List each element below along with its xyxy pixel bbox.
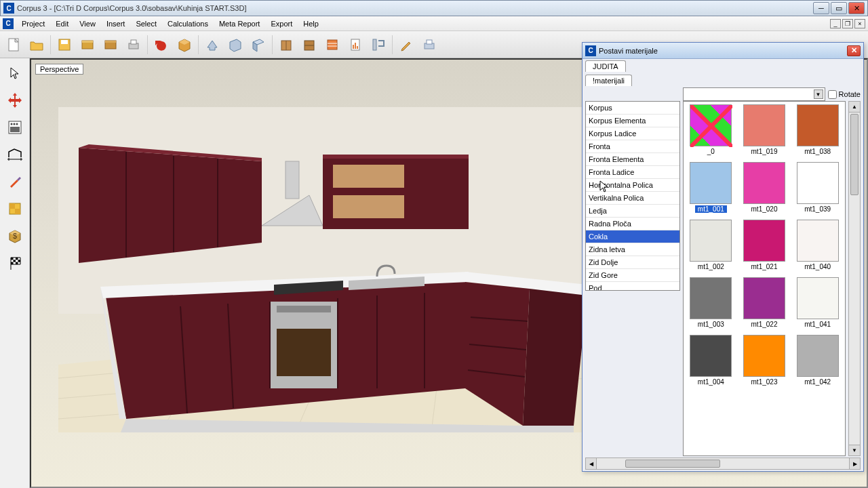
cabinet2-button[interactable] bbox=[298, 34, 320, 56]
swatch-mt1_019[interactable]: mt1_019 bbox=[740, 104, 789, 155]
tab-judita[interactable]: JUDITA bbox=[585, 60, 626, 72]
horizontal-scrollbar[interactable]: ◀ ▶ bbox=[585, 458, 861, 470]
svg-rect-65 bbox=[277, 306, 331, 312]
swatch-pane[interactable]: _0mt1_019mt1_038mt1_001mt1_020mt1_039mt1… bbox=[683, 101, 846, 456]
swatch-_0[interactable]: _0 bbox=[686, 104, 736, 155]
svg-point-27 bbox=[16, 123, 18, 125]
list-item[interactable]: Korpus bbox=[586, 102, 679, 115]
menu-insert[interactable]: Insert bbox=[101, 18, 131, 30]
swatch-mt1_023[interactable]: mt1_023 bbox=[740, 335, 789, 386]
material-filter-combo[interactable]: ▼ bbox=[683, 87, 825, 101]
new-file-button[interactable] bbox=[3, 34, 24, 56]
swatch-mt1_038[interactable]: mt1_038 bbox=[793, 104, 842, 155]
swatch-mt1_039[interactable]: mt1_039 bbox=[793, 162, 842, 213]
svg-rect-33 bbox=[15, 209, 20, 214]
vertical-scrollbar[interactable]: ▲ ▼ bbox=[848, 101, 861, 456]
list-item[interactable]: Zidna letva bbox=[586, 243, 679, 256]
materials-dialog: C Postavi materijale ✕ JUDITA !materijal… bbox=[582, 42, 864, 472]
menu-select[interactable]: Select bbox=[130, 18, 162, 30]
package-button[interactable] bbox=[174, 34, 195, 56]
list-item[interactable]: Fronta Elementa bbox=[586, 153, 679, 166]
dialog-close-button[interactable]: ✕ bbox=[847, 45, 861, 56]
list-item[interactable]: Radna Ploča bbox=[586, 218, 679, 230]
swatch-mt1_021[interactable]: mt1_021 bbox=[740, 220, 789, 270]
list-item[interactable]: Horizontalna Polica bbox=[586, 179, 679, 192]
list-item[interactable]: Korpus Elementa bbox=[586, 115, 679, 127]
child-close-button[interactable]: × bbox=[854, 19, 865, 28]
svg-rect-2 bbox=[61, 40, 68, 44]
cabinet1-button[interactable] bbox=[275, 34, 297, 56]
menu-project[interactable]: Project bbox=[16, 18, 50, 30]
list-item[interactable]: Korpus Ladice bbox=[586, 127, 679, 140]
view-side-button[interactable] bbox=[248, 34, 269, 56]
menu-help[interactable]: Help bbox=[298, 18, 324, 30]
box-tool[interactable]: $ bbox=[3, 224, 27, 248]
child-restore-button[interactable]: ❐ bbox=[842, 19, 853, 28]
list-item[interactable]: Zid Gore bbox=[586, 269, 679, 282]
dialog-titlebar[interactable]: C Postavi materijale ✕ bbox=[583, 43, 863, 59]
measure-button[interactable] bbox=[368, 34, 389, 56]
edit-tool-button[interactable] bbox=[395, 34, 417, 56]
room-tool[interactable] bbox=[3, 142, 27, 167]
list-item[interactable]: Pod bbox=[586, 282, 679, 291]
menu-export[interactable]: Export bbox=[265, 18, 298, 30]
svg-rect-57 bbox=[323, 155, 469, 159]
list-item[interactable]: Zid Dolje bbox=[586, 256, 679, 269]
menu-meta-report[interactable]: Meta Report bbox=[214, 18, 266, 30]
svg-point-26 bbox=[13, 123, 15, 125]
swatch-mt1_041[interactable]: mt1_041 bbox=[793, 277, 842, 328]
save-button[interactable] bbox=[54, 34, 75, 56]
parts-list-button[interactable] bbox=[321, 34, 343, 56]
archive-button[interactable] bbox=[100, 34, 121, 56]
list-item[interactable]: Vertikalna Polica bbox=[586, 192, 679, 205]
swatch-mt1_042[interactable]: mt1_042 bbox=[793, 335, 842, 386]
svg-rect-40 bbox=[16, 262, 18, 264]
menu-edit[interactable]: Edit bbox=[50, 18, 74, 30]
rotate-checkbox[interactable]: Rotate bbox=[828, 87, 861, 101]
texture-tool[interactable] bbox=[3, 197, 27, 221]
print-button[interactable] bbox=[123, 34, 144, 56]
list-item[interactable]: Fronta Ladice bbox=[586, 166, 679, 179]
svg-rect-36 bbox=[16, 258, 18, 260]
parts-list[interactable]: KorpusKorpus ElementaKorpus LadiceFronta… bbox=[585, 101, 680, 291]
svg-marker-49 bbox=[79, 148, 262, 263]
list-item[interactable]: Ledja bbox=[586, 205, 679, 218]
minimize-button[interactable]: ─ bbox=[813, 2, 829, 14]
scroll-left-button[interactable]: ◀ bbox=[586, 458, 597, 469]
scroll-thumb[interactable] bbox=[850, 114, 859, 195]
print2-button[interactable] bbox=[418, 34, 440, 56]
swatch-mt1_002[interactable]: mt1_002 bbox=[686, 220, 736, 270]
app-icon: C bbox=[3, 3, 14, 14]
swatch-mt1_040[interactable]: mt1_040 bbox=[793, 220, 842, 270]
report-button[interactable] bbox=[344, 34, 366, 56]
select-tool[interactable] bbox=[3, 61, 27, 85]
open-project-button[interactable] bbox=[77, 34, 98, 56]
flag-tool[interactable] bbox=[3, 251, 27, 275]
tab-materijali[interactable]: !materijali bbox=[585, 75, 632, 86]
undo-button[interactable] bbox=[151, 34, 172, 56]
oven-tool[interactable] bbox=[3, 115, 27, 140]
scroll-up-button[interactable]: ▲ bbox=[849, 102, 860, 113]
view-front-button[interactable] bbox=[224, 34, 246, 56]
kitchen-scene bbox=[58, 107, 587, 432]
swatch-mt1_001[interactable]: mt1_001 bbox=[686, 162, 736, 213]
menu-calculations[interactable]: Calculations bbox=[162, 18, 214, 30]
scroll-right-button[interactable]: ▶ bbox=[849, 458, 860, 469]
list-item[interactable]: Cokla bbox=[586, 230, 679, 243]
open-file-button[interactable] bbox=[26, 34, 47, 56]
swatch-mt1_020[interactable]: mt1_020 bbox=[740, 162, 789, 213]
close-button[interactable]: ✕ bbox=[848, 2, 865, 14]
swatch-mt1_022[interactable]: mt1_022 bbox=[740, 277, 789, 328]
maximize-button[interactable]: ▭ bbox=[831, 2, 847, 14]
move-tool[interactable] bbox=[3, 88, 27, 113]
hscroll-thumb[interactable] bbox=[625, 460, 720, 468]
child-minimize-button[interactable]: _ bbox=[830, 19, 841, 28]
scroll-down-button[interactable]: ▼ bbox=[849, 445, 860, 455]
svg-rect-38 bbox=[18, 260, 20, 262]
view-top-button[interactable] bbox=[201, 34, 223, 56]
menu-view[interactable]: View bbox=[74, 18, 101, 30]
swatch-mt1_003[interactable]: mt1_003 bbox=[686, 277, 736, 328]
swatch-mt1_004[interactable]: mt1_004 bbox=[686, 335, 736, 386]
brush-tool[interactable] bbox=[3, 169, 27, 194]
list-item[interactable]: Fronta bbox=[586, 140, 679, 153]
